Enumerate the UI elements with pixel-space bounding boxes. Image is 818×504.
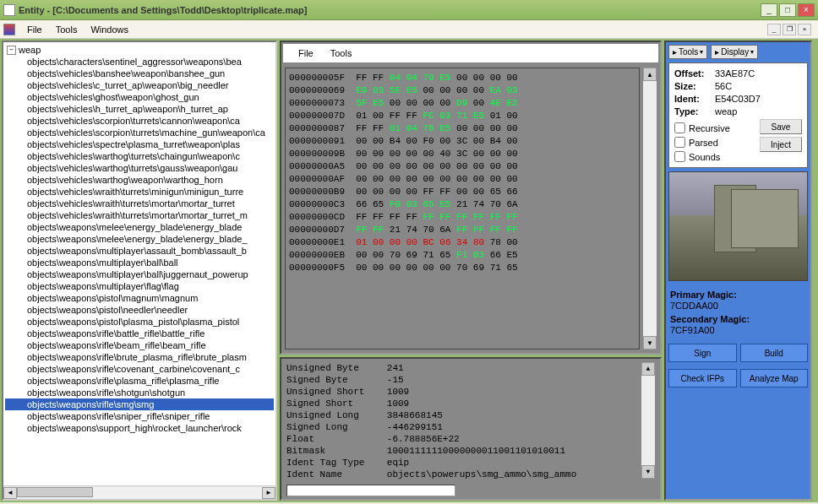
status-bar xyxy=(281,482,660,499)
tree-item[interactable]: objects\vehicles\warthog\weapon\warthog_… xyxy=(5,174,274,186)
tree-item[interactable]: objects\weapons\multiplayer\flag\flag xyxy=(5,280,274,292)
hex-menu-tools[interactable]: Tools xyxy=(322,46,361,60)
tree-item[interactable]: objects\weapons\pistol\plasma_pistol\pla… xyxy=(5,316,274,328)
hex-menubar: File Tools xyxy=(283,44,658,62)
type-label: Type: xyxy=(674,106,715,117)
menu-windows[interactable]: Windows xyxy=(84,23,135,36)
tree-item[interactable]: objects\weapons\pistol\magnum\magnum xyxy=(5,292,274,304)
offset-label: Offset: xyxy=(674,68,715,79)
tree-item[interactable]: objects\weapons\support_high\rocket_laun… xyxy=(5,422,274,434)
scroll-up-button[interactable]: ▲ xyxy=(643,68,657,81)
tree-item[interactable]: objects\weapons\rifle\battle_rifle\battl… xyxy=(5,328,274,339)
tree-item[interactable]: objects\weapons\rifle\beam_rifle\beam_ri… xyxy=(5,339,274,351)
info-pane: Unsigned Byte 241 Signed Byte -15 Unsign… xyxy=(280,357,662,501)
tree-item[interactable]: objects\weapons\rifle\smg\smg xyxy=(5,398,274,410)
tree-item[interactable]: objects\weapons\rifle\brute_plasma_rifle… xyxy=(5,351,274,363)
scroll-right-button[interactable]: ► xyxy=(262,487,275,499)
hex-grid[interactable]: 000000005F FF FF 04 04 79 E5 00 00 00 00… xyxy=(285,68,640,350)
hex-pane: File Tools 000000005F FF FF 04 04 79 E5 … xyxy=(280,41,662,355)
scroll-down-button[interactable]: ▼ xyxy=(643,336,657,350)
secondary-magic-label: Secondary Magic: xyxy=(670,314,806,324)
close-button[interactable]: × xyxy=(798,3,815,17)
tree-item[interactable]: objects\weapons\rifle\plasma_rifle\plasm… xyxy=(5,375,274,387)
sounds-label: Sounds xyxy=(689,152,720,162)
menubar: File Tools Windows _ ❐ × xyxy=(0,20,818,39)
tree-collapse-icon[interactable]: − xyxy=(7,46,16,55)
tree-item[interactable]: objects\vehicles\warthog\turrets\gauss\w… xyxy=(5,162,274,174)
tree-pane: −weapobjects\characters\sentinel_aggress… xyxy=(2,41,277,501)
inject-button[interactable]: Inject xyxy=(760,137,802,152)
size-label: Size: xyxy=(674,81,715,91)
mdi-minimize[interactable]: _ xyxy=(767,24,781,35)
tree-item[interactable]: objects\vehicles\wraith\turrets\mortar\m… xyxy=(5,198,274,209)
menu-tools[interactable]: Tools xyxy=(49,23,85,36)
magic-box: Primary Magic: 7CDDAA00 Secondary Magic:… xyxy=(668,285,808,337)
tree-item[interactable]: objects\vehicles\wraith\turrets\mortar\m… xyxy=(5,209,274,221)
scroll-thumb[interactable] xyxy=(17,487,93,497)
ident-label: Ident: xyxy=(674,94,715,104)
sign-button[interactable]: Sign xyxy=(668,344,737,362)
title-text: Entity - [C:\Documents and Settings\Todd… xyxy=(19,5,761,15)
status-input[interactable] xyxy=(286,485,455,496)
mdi-icon xyxy=(3,24,15,35)
tree-item[interactable]: objects\vehicles\scorpion\turrets\machin… xyxy=(5,127,274,138)
mdi-restore[interactable]: ❐ xyxy=(783,24,796,35)
tools-dropdown[interactable]: ▸Tools▾ xyxy=(668,45,707,59)
scroll-down-button[interactable]: ▼ xyxy=(641,465,655,479)
minimize-button[interactable]: _ xyxy=(761,3,777,17)
tree-item[interactable]: objects\weapons\melee\energy_blade\energ… xyxy=(5,221,274,233)
tree-item[interactable]: objects\weapons\multiplayer\ball\ball xyxy=(5,257,274,268)
preview-image xyxy=(668,171,808,281)
primary-magic-value: 7CDDAA00 xyxy=(670,301,806,311)
tree-item[interactable]: objects\characters\sentinel_aggressor\we… xyxy=(5,56,274,68)
tree-item[interactable]: objects\vehicles\scorpion\turrets\cannon… xyxy=(5,115,274,127)
scroll-left-button[interactable]: ◄ xyxy=(3,487,17,499)
hex-menu-file[interactable]: File xyxy=(290,46,322,60)
recursive-label: Recursive xyxy=(689,123,730,133)
ident-value: E54C03D7 xyxy=(715,94,802,104)
hex-vscroll[interactable]: ▲ ▼ xyxy=(643,68,657,350)
analyze-map-button[interactable]: Analyze Map xyxy=(740,369,809,387)
size-value: 56C xyxy=(715,81,802,91)
tree-item[interactable]: objects\vehicles\c_turret_ap\weapon\big_… xyxy=(5,79,274,91)
tree-item[interactable]: objects\weapons\rifle\shotgun\shotgun xyxy=(5,387,274,398)
tree-item[interactable]: objects\weapons\multiplayer\ball\juggern… xyxy=(5,268,274,280)
recursive-checkbox[interactable] xyxy=(674,122,685,133)
titlebar: Entity - [C:\Documents and Settings\Todd… xyxy=(0,0,818,20)
tree-item[interactable]: objects\weapons\pistol\needler\needler xyxy=(5,304,274,316)
secondary-magic-value: 7CF91A00 xyxy=(670,325,806,335)
scroll-up-button[interactable]: ▲ xyxy=(641,362,655,376)
sounds-checkbox[interactable] xyxy=(674,151,685,162)
tree-item[interactable]: objects\vehicles\warthog\turrets\chaingu… xyxy=(5,150,274,162)
right-pane: ▸Tools▾ ▸Display▾ Offset:33AE87C Size:56… xyxy=(664,41,812,501)
tree-item[interactable]: objects\vehicles\spectre\plasma_turret\w… xyxy=(5,138,274,150)
build-button[interactable]: Build xyxy=(740,344,809,362)
maximize-button[interactable]: □ xyxy=(779,3,796,17)
type-value: weap xyxy=(715,106,802,117)
tree-item[interactable]: objects\vehicles\banshee\weapon\banshee_… xyxy=(5,68,274,79)
display-dropdown[interactable]: ▸Display▾ xyxy=(711,45,758,59)
save-button[interactable]: Save xyxy=(760,119,802,134)
parsed-label: Parsed xyxy=(689,138,718,148)
tree-root[interactable]: −weap xyxy=(5,44,274,56)
app-icon xyxy=(3,4,15,16)
meta-box: Offset:33AE87C Size:56C Ident:E54C03D7 T… xyxy=(668,62,808,168)
offset-value: 33AE87C xyxy=(715,68,802,79)
tree-item[interactable]: objects\vehicles\h_turret_ap\weapon\h_tu… xyxy=(5,103,274,115)
tree-item[interactable]: objects\vehicles\ghost\weapon\ghost_gun xyxy=(5,91,274,103)
tree-hscroll[interactable]: ◄ ► xyxy=(3,485,275,499)
tree-item[interactable]: objects\weapons\rifle\sniper_rifle\snipe… xyxy=(5,410,274,422)
primary-magic-label: Primary Magic: xyxy=(670,290,806,300)
info-text: Unsigned Byte 241 Signed Byte -15 Unsign… xyxy=(286,362,638,479)
tree-item[interactable]: objects\weapons\rifle\covenant_carbine\c… xyxy=(5,363,274,375)
tree-item[interactable]: objects\weapons\multiplayer\assault_bomb… xyxy=(5,245,274,257)
info-vscroll[interactable]: ▲ ▼ xyxy=(641,362,655,479)
parsed-checkbox[interactable] xyxy=(674,137,685,148)
mdi-close[interactable]: × xyxy=(798,24,811,35)
tree-item[interactable]: objects\vehicles\wraith\turrets\minigun\… xyxy=(5,186,274,198)
tree-item[interactable]: objects\weapons\melee\energy_blade\energ… xyxy=(5,233,274,245)
check-ifps-button[interactable]: Check IFPs xyxy=(668,369,737,387)
menu-file[interactable]: File xyxy=(20,23,49,36)
